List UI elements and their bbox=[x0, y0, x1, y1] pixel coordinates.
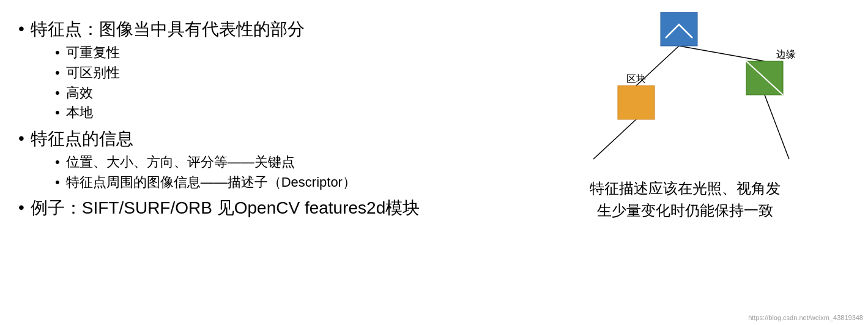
bullet2-subs: • 位置、大小、方向、评分等——关键点 • 特征点周围的图像信息——描述子（De… bbox=[55, 154, 520, 193]
bullet2-sub2: • 特征点周围的图像信息——描述子（Descriptor） bbox=[55, 174, 520, 192]
bullet1-sub4-dot: • bbox=[55, 104, 60, 122]
bullet1-sub2-text: 可区别性 bbox=[66, 64, 120, 82]
bullet1-sub1-text: 可重复性 bbox=[66, 44, 120, 62]
bullet1-sub3: • 高效 bbox=[55, 84, 520, 102]
bullet2-sub1-text: 位置、大小、方向、评分等——关键点 bbox=[66, 154, 295, 171]
bullet1-sub4-text: 本地 bbox=[66, 104, 93, 122]
svg-rect-4 bbox=[661, 12, 697, 46]
bullet3: • 例子：SIFT/SURF/ORB 见OpenCV features2d模块 bbox=[18, 197, 520, 219]
bullet1-sub1: • 可重复性 bbox=[55, 44, 520, 62]
bullet1-sub3-dot: • bbox=[55, 84, 60, 102]
bullet2-sub1-dot: • bbox=[55, 154, 60, 171]
svg-line-1 bbox=[679, 46, 765, 61]
svg-text:区块: 区块 bbox=[626, 73, 646, 84]
main-container: • 特征点：图像当中具有代表性的部分 • 可重复性 • 可区别性 • 高效 • … bbox=[0, 0, 868, 325]
bullet1-dot: • bbox=[18, 18, 24, 39]
bullet1-text: 特征点：图像当中具有代表性的部分 bbox=[31, 18, 305, 40]
bullet1-sub3-text: 高效 bbox=[66, 84, 93, 102]
bullet2-sub2-dot: • bbox=[55, 174, 60, 192]
right-panel: 角点 区块 边缘 特征描述应该在光照、视角发生少量变化时仍能保持一致 bbox=[520, 12, 850, 319]
diagram-container: 角点 区块 边缘 bbox=[557, 12, 814, 171]
svg-line-2 bbox=[593, 119, 636, 159]
left-panel: • 特征点：图像当中具有代表性的部分 • 可重复性 • 可区别性 • 高效 • … bbox=[18, 12, 520, 319]
svg-text:边缘: 边缘 bbox=[776, 49, 796, 59]
svg-rect-5 bbox=[618, 86, 655, 119]
bullet1-subs: • 可重复性 • 可区别性 • 高效 • 本地 bbox=[55, 44, 520, 124]
bullet3-dot: • bbox=[18, 197, 24, 218]
description-text: 特征描述应该在光照、视角发生少量变化时仍能保持一致 bbox=[590, 177, 781, 222]
bullet1: • 特征点：图像当中具有代表性的部分 bbox=[18, 18, 520, 40]
bullet2-text: 特征点的信息 bbox=[31, 128, 133, 150]
bullet3-text: 例子：SIFT/SURF/ORB 见OpenCV features2d模块 bbox=[31, 197, 420, 219]
bullet1-sub2: • 可区别性 bbox=[55, 64, 520, 82]
bullet2-sub1: • 位置、大小、方向、评分等——关键点 bbox=[55, 154, 520, 171]
bullet2-dot: • bbox=[18, 128, 24, 149]
bullet1-sub4: • 本地 bbox=[55, 104, 520, 122]
bullet2-sub2-text: 特征点周围的图像信息——描述子（Descriptor） bbox=[66, 174, 356, 192]
diagram-svg: 角点 区块 边缘 bbox=[557, 12, 814, 171]
watermark: https://blog.csdn.net/weixm_43819348 bbox=[748, 314, 863, 321]
bullet1-sub1-dot: • bbox=[55, 44, 60, 62]
bullet1-sub2-dot: • bbox=[55, 64, 60, 82]
bullet2: • 特征点的信息 bbox=[18, 128, 520, 150]
svg-line-3 bbox=[765, 95, 789, 159]
